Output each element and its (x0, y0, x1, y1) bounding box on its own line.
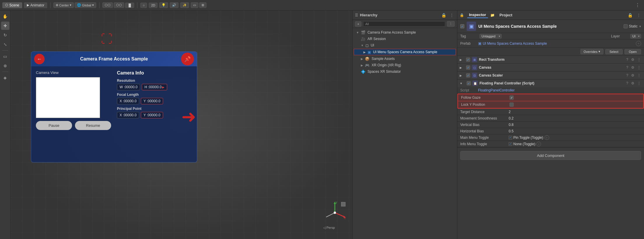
rect-settings-btn[interactable]: ⚙ (630, 58, 635, 62)
resume-button[interactable]: Resume (75, 121, 111, 130)
floating-help-btn[interactable]: ? (625, 81, 629, 85)
tab-scene[interactable]: ⬡ Scene (2, 2, 22, 8)
follow-gaze-block: Follow Gaze ✓ Lock Y Position (457, 93, 644, 109)
hierarchy-options-btn[interactable]: ⋮ (447, 21, 455, 27)
component-header-rect[interactable]: ▶ ✓ ⊞ Rect Transform ? ⚙ ⋮ (457, 56, 644, 63)
hierarchy-search[interactable]: All (363, 21, 445, 27)
principal-y-field: Y :00000.0 (141, 112, 163, 118)
hierarchy-item-spaces-sim[interactable]: 💠 Spaces XR Simulator (353, 68, 457, 75)
hierarchy-item-ui[interactable]: ▼ ◻ UI (353, 42, 457, 49)
layer-select[interactable]: UI ▾ (630, 34, 641, 39)
item-icon-ar: 🎥 (361, 37, 365, 41)
hierarchy-item-ui-menu[interactable]: ▶ ▣ UI Menu Spaces Camera Access Sample (354, 49, 456, 55)
component-header-floating[interactable]: ▼ ✓ 📋 Floating Panel Controller (Script)… (457, 79, 644, 87)
rotate-tool-side[interactable]: ↻ (1, 31, 9, 39)
floating-icon: 📋 (473, 81, 478, 86)
rotate-tool[interactable]: ⬡⬡ (114, 2, 124, 8)
tag-select[interactable]: Untagged ▾ (480, 34, 502, 39)
effects-btn[interactable]: ✨ (180, 2, 189, 8)
object-header: ✓ ▣ UI Menu Spaces Camera Access Sample … (457, 20, 644, 33)
custom-tool[interactable]: ◈ (1, 74, 9, 82)
inspector-lock-btn[interactable]: 🔒 (627, 13, 634, 18)
hierarchy-item-xr-origin[interactable]: ▶ 🎮 XR Origin (XR Rig) (353, 62, 457, 68)
lock-y-check[interactable] (510, 103, 514, 107)
canvas-menu-btn[interactable]: ⋮ (636, 65, 642, 70)
static-dropdown[interactable]: ▾ (639, 25, 641, 28)
floating-settings-btn[interactable]: ⚙ (630, 81, 635, 85)
global-btn[interactable]: 🌐 Global ▾ (75, 2, 96, 8)
component-header-canvas[interactable]: ▶ ✓ ◻ Canvas ? ⚙ ⋮ (457, 64, 644, 71)
overrides-btn[interactable]: Overrides ▾ (580, 49, 603, 54)
2d-btn[interactable]: 2D (149, 3, 158, 8)
canvas-scaler-menu-btn[interactable]: ⋮ (636, 73, 642, 77)
menu-dots[interactable]: ⋮ (634, 2, 642, 8)
camera-info-title: Camera Info (117, 70, 192, 76)
floating-check[interactable]: ✓ (467, 81, 471, 85)
follow-gaze-check[interactable]: ✓ (510, 96, 514, 100)
canvas-settings-btn[interactable]: ⚙ (630, 65, 635, 70)
canvas-scaler-check[interactable]: ✓ (466, 73, 470, 77)
back-button[interactable]: ← (34, 54, 45, 64)
tag-label: Tag (460, 34, 478, 38)
project-icon: 📁 (490, 13, 495, 17)
hierarchy-item-ar-session[interactable]: 🎥 AR Session (353, 36, 457, 42)
canvas-icon: ◻ (472, 65, 477, 70)
grid-btn[interactable]: ⊞ (199, 2, 206, 8)
component-header-canvas-scaler[interactable]: ▶ ✓ ⊡ Canvas Scaler ? ⚙ ⋮ (457, 72, 644, 79)
spaces-logo: ⛶ (101, 32, 113, 46)
transform-tools: ⊕ Center ▾ 🌐 Global ▾ (53, 2, 96, 8)
hidden-view[interactable]: ▭ (191, 2, 198, 8)
rect-help-btn[interactable]: ? (625, 58, 629, 62)
rect-tool[interactable]: ▭ (1, 52, 9, 60)
move-tool[interactable]: ⬡⬡ (102, 2, 113, 8)
tool-sep1 (2, 50, 8, 51)
prefab-icon: ▣ (478, 41, 482, 46)
object-active-checkbox[interactable]: ✓ (460, 24, 464, 28)
main-menu-circle-btn[interactable]: ○ (545, 135, 549, 140)
canvas-scaler-help-btn[interactable]: ? (625, 73, 629, 77)
canvas-help-btn[interactable]: ? (625, 65, 629, 70)
item-icon-ui-menu: ▣ (368, 50, 371, 54)
scale-tool-side[interactable]: ⤡ (1, 40, 9, 49)
select-btn[interactable]: Select (605, 49, 623, 54)
pause-button[interactable]: Pause (36, 121, 72, 130)
audio-btn[interactable]: 🔊 (170, 2, 178, 8)
tab-animator[interactable]: ▶ Animator (24, 2, 47, 8)
play-tool[interactable]: ○ (140, 3, 147, 8)
info-menu-circle-btn[interactable]: ○ (536, 142, 541, 146)
main-menu-toggle-value: ✓ Pin Toggle (Toggle) ○ (509, 135, 549, 140)
inspector-menu-btn[interactable]: ⋮ (636, 13, 642, 18)
panel-body: Camera View Pause Resume Camera Info Res… (31, 66, 197, 134)
inspector-tab[interactable]: Inspector (467, 12, 488, 18)
hierarchy-lock-btn[interactable]: 🔒 (440, 13, 447, 18)
hierarchy-item-camera-frame[interactable]: ▼ 🎬 Camera Frame Access Sample (353, 29, 457, 36)
open-btn[interactable]: Open (624, 49, 641, 54)
light-btn[interactable]: 💡 (159, 2, 168, 8)
component-rect-transform: ▶ ✓ ⊞ Rect Transform ? ⚙ ⋮ (457, 56, 644, 64)
lock-y-row: Lock Y Position (458, 101, 643, 108)
top-bar: ⬡ Scene ▶ Animator ⊕ Center ▾ 🌐 Global ▾… (0, 0, 644, 11)
canvas-scaler-settings-btn[interactable]: ⚙ (630, 73, 635, 77)
hierarchy-menu-btn[interactable]: ⋮ (449, 13, 455, 18)
focal-row: X :00000.0 Y :00000.0 (117, 98, 192, 104)
add-component-button[interactable]: Add Component (460, 151, 641, 160)
project-tab[interactable]: Project (498, 12, 514, 18)
scale-tool[interactable]: ▐▌ (125, 3, 134, 8)
center-btn[interactable]: ⊕ Center ▾ (53, 2, 74, 8)
target-distance-value: 2 (509, 110, 511, 114)
move-tool-side[interactable]: ✛ (1, 22, 9, 30)
hierarchy-add-btn[interactable]: + (355, 21, 361, 27)
pin-button[interactable]: 📌 (181, 53, 194, 65)
prefab-circle-btn[interactable]: ○ (636, 41, 641, 46)
hand-tool[interactable]: ✋ (1, 12, 9, 20)
script-row: Script FloatingPanelController (457, 87, 644, 93)
canvas-check[interactable]: ✓ (466, 65, 470, 70)
rect-menu-btn[interactable]: ⋮ (636, 58, 642, 62)
width-field: W :00000.0 (117, 84, 140, 90)
floating-menu-btn[interactable]: ⋮ (636, 81, 642, 85)
rect-check[interactable]: ✓ (466, 58, 470, 62)
static-checkbox[interactable] (624, 24, 628, 28)
hierarchy-item-sample-assets[interactable]: ▶ 📦 Sample Assets (353, 56, 457, 62)
hierarchy-content: ▼ 🎬 Camera Frame Access Sample 🎥 AR Sess… (353, 28, 457, 239)
transform-tool[interactable]: ⊕ (1, 62, 9, 70)
